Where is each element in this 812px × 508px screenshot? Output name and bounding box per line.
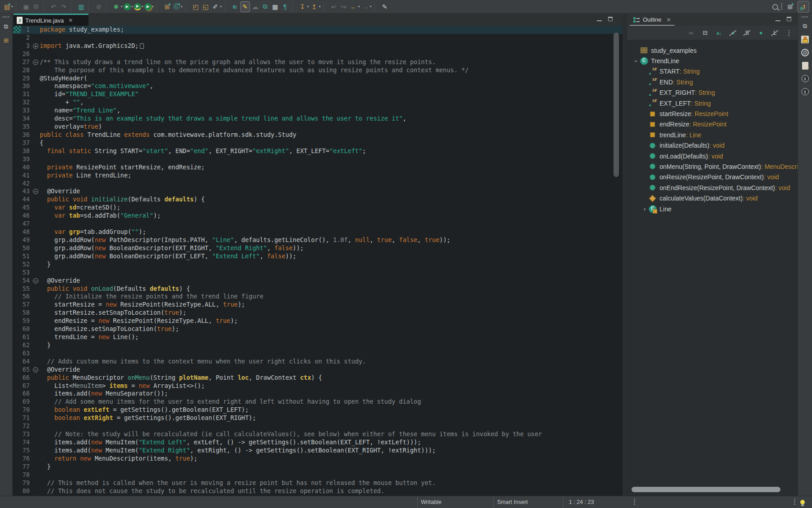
outline-item[interactable]: trendLine : Line — [627, 130, 798, 140]
javadoc-view-icon[interactable]: @ — [800, 48, 810, 57]
dropdown-caret[interactable]: ▾ — [319, 5, 321, 9]
info-view-icon[interactable]: i — [800, 74, 810, 83]
hide-non-public-icon[interactable]: ● — [755, 28, 767, 38]
show-whitespace-icon[interactable]: ¶ — [281, 1, 290, 12]
restore-view-icon[interactable]: ⧉ — [1, 22, 11, 31]
code-text: boolean extRight = getSettings().getBool… — [40, 414, 623, 422]
fold-marker[interactable]: − — [33, 367, 38, 373]
close-tab-icon[interactable]: ✕ — [69, 17, 73, 23]
tab-trendline-java[interactable]: J TrendLine.java ✕ — [14, 14, 88, 26]
outline-item[interactable]: onEndResize(ResizePoint, DrawContext) : … — [627, 182, 798, 193]
outline-item[interactable]: START : String — [627, 66, 798, 77]
outline-item[interactable]: ›TrendLine — [627, 56, 798, 66]
new-wizard-icon[interactable]: ▤+▾ — [3, 1, 13, 12]
open-type-icon[interactable]: ◰ — [191, 1, 200, 12]
sfield-icon — [648, 68, 657, 75]
outline-item[interactable]: onResize(ResizePoint, DrawContext) : voi… — [627, 172, 798, 182]
dropdown-caret[interactable]: ▾ — [11, 5, 13, 9]
last-edit-location-icon[interactable]: ↧▾ — [298, 1, 309, 12]
run-icon[interactable]: ▶▾ — [124, 1, 133, 12]
annotate-icon[interactable]: ✐▾ — [211, 1, 222, 12]
view-menu-icon[interactable]: ⋮ — [783, 28, 795, 38]
previous-edit-location-icon[interactable]: ↥▾ — [310, 1, 321, 12]
outline-item[interactable]: END : String — [627, 77, 798, 87]
hide-fields-icon[interactable]: ● — [727, 28, 739, 38]
dropdown-caret[interactable]: ▾ — [358, 5, 360, 9]
outline-horizontal-scrollbar[interactable] — [632, 487, 780, 492]
open-console-icon[interactable]: ▥ — [77, 1, 86, 12]
coverage-icon[interactable]: ▶▾ — [134, 1, 143, 12]
outline-item[interactable]: onLoad(Defaults) : void — [627, 151, 798, 161]
code-line: 49 grp.addRow(new PathDescriptor(Inputs.… — [13, 236, 623, 244]
open-perspective-icon[interactable]: ⊞+ — [785, 1, 794, 12]
restore-view-icon[interactable]: ⧉ — [800, 22, 810, 31]
quick-fix-lightbulb-icon[interactable] — [800, 496, 805, 508]
dropdown-caret[interactable]: ▾ — [121, 5, 123, 9]
run-external-tools-icon[interactable]: ▶▾ — [144, 1, 154, 12]
code-line: 67 List<MenuItem> items = new ArrayList<… — [13, 382, 623, 390]
collapse-arrow-icon[interactable]: › — [633, 57, 640, 65]
outline-item[interactable]: startResize : ResizePoint — [627, 108, 798, 119]
back-icon[interactable]: ←▾ — [349, 1, 360, 12]
new-java-project-icon[interactable]: ⊞+ — [162, 1, 171, 12]
outline-item[interactable]: endResize : ResizePoint — [627, 119, 798, 130]
editor-vertical-scrollbar[interactable] — [614, 33, 619, 177]
fold-marker[interactable]: − — [33, 60, 38, 65]
search-icon[interactable] — [772, 4, 778, 10]
dropdown-caret[interactable]: ▾ — [152, 5, 154, 9]
code-text: var sd=createSD(); — [40, 204, 623, 212]
panel-divider[interactable] — [623, 14, 627, 496]
outline-item[interactable]: calculateValues(DataContext) : void — [627, 193, 798, 203]
maximize-editor-icon[interactable] — [608, 17, 613, 21]
outline-item[interactable]: initialize(Defaults) : void — [627, 140, 798, 151]
sort-icon[interactable]: a↓ — [713, 28, 725, 38]
hide-local-types-icon[interactable]: L — [769, 28, 781, 38]
new-class-icon[interactable]: Ⓒ+▾ — [172, 1, 183, 12]
next-annotation-icon[interactable]: ⧉ — [261, 1, 270, 12]
debug-icon[interactable]: ✱▾ — [112, 1, 123, 12]
code-line: 37{ — [13, 139, 623, 147]
open-resource-icon[interactable]: ◱ — [201, 1, 210, 12]
tab-outline[interactable]: Outline ✕ — [630, 14, 674, 26]
outline-item[interactable]: onMenu(String, Point, DrawContext) : Men… — [627, 161, 798, 172]
info-view-2-icon[interactable]: i — [800, 87, 810, 96]
fold-marker[interactable]: − — [33, 278, 38, 284]
close-outline-icon[interactable]: ✕ — [666, 17, 671, 23]
fold-marker[interactable]: − — [33, 189, 38, 194]
code-text: desc="This is an example study that draw… — [40, 115, 623, 123]
forward-icon: →▾ — [361, 1, 372, 12]
package-explorer-icon[interactable]: ⊞ — [1, 36, 11, 45]
new-task-icon[interactable]: ✎ — [380, 1, 389, 12]
folded-region-box[interactable] — [140, 43, 144, 49]
dropdown-caret[interactable]: ▾ — [307, 5, 309, 9]
line-number: 31 — [22, 90, 32, 98]
outline-item[interactable]: EXT_RIGHT : String — [627, 88, 798, 98]
dropdown-caret[interactable]: ▾ — [142, 5, 143, 9]
code-editor[interactable]: 1package study_examples;23+import java.a… — [13, 26, 623, 496]
code-line: 43− @Override — [13, 187, 623, 196]
minimize-editor-icon[interactable] — [597, 17, 602, 21]
outline-item[interactable]: study_examples — [627, 45, 798, 56]
show-source-icon[interactable]: ▦ — [271, 1, 280, 12]
java-perspective-icon[interactable]: J — [798, 1, 809, 13]
format-source-icon[interactable]: fc — [231, 1, 240, 12]
outline-item[interactable]: EXT_LEFT : String — [627, 98, 798, 108]
expand-arrow-icon[interactable]: › — [641, 205, 648, 212]
minimize-outline-icon[interactable] — [775, 17, 780, 21]
maximize-outline-icon[interactable] — [787, 17, 791, 21]
outline-item[interactable]: ›Line — [627, 204, 798, 214]
forward-history-icon: ↪ — [339, 1, 348, 12]
outline-tree: study_examples›TrendLineSTART : StringEN… — [627, 40, 798, 496]
dropdown-caret[interactable]: ▾ — [181, 5, 183, 9]
collapse-all-icon[interactable]: ⊟ — [699, 28, 711, 38]
hide-static-icon[interactable]: S — [741, 28, 753, 38]
task-list-icon[interactable] — [800, 35, 810, 44]
fold-marker[interactable]: + — [33, 43, 38, 49]
dropdown-caret[interactable]: ▾ — [220, 5, 222, 9]
code-line: 52 } — [13, 261, 623, 269]
dropdown-caret[interactable]: ▾ — [370, 5, 372, 9]
code-line: 77 } — [13, 463, 623, 471]
declaration-view-icon[interactable] — [800, 61, 810, 70]
dropdown-caret[interactable]: ▾ — [131, 5, 133, 9]
mark-occurrences-icon[interactable]: ✎ — [240, 1, 250, 12]
